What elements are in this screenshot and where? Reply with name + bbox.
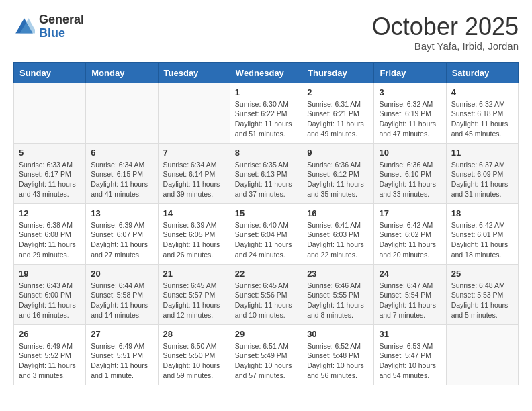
day-cell: 14Sunrise: 6:39 AMSunset: 6:05 PMDayligh… xyxy=(158,203,230,264)
logo: General Blue xyxy=(13,13,84,40)
day-cell: 3Sunrise: 6:32 AMSunset: 6:19 PMDaylight… xyxy=(374,83,446,143)
day-cell: 11Sunrise: 6:37 AMSunset: 6:09 PMDayligh… xyxy=(446,143,518,203)
weekday-header-row: SundayMondayTuesdayWednesdayThursdayFrid… xyxy=(14,62,519,83)
day-number: 23 xyxy=(307,269,369,279)
day-number: 13 xyxy=(91,208,152,218)
day-cell: 12Sunrise: 6:38 AMSunset: 6:08 PMDayligh… xyxy=(14,203,86,264)
weekday-header-thursday: Thursday xyxy=(302,62,374,83)
logo-text: General Blue xyxy=(39,13,84,40)
week-row-4: 19Sunrise: 6:43 AMSunset: 6:00 PMDayligh… xyxy=(14,264,519,324)
day-cell: 17Sunrise: 6:42 AMSunset: 6:02 PMDayligh… xyxy=(374,203,446,264)
day-cell xyxy=(14,83,86,143)
day-info: Sunrise: 6:49 AMSunset: 5:52 PMDaylight:… xyxy=(19,341,81,381)
day-number: 16 xyxy=(307,208,369,218)
day-info: Sunrise: 6:40 AMSunset: 6:04 PMDaylight:… xyxy=(235,220,297,260)
day-cell: 9Sunrise: 6:36 AMSunset: 6:12 PMDaylight… xyxy=(302,143,374,203)
week-row-5: 26Sunrise: 6:49 AMSunset: 5:52 PMDayligh… xyxy=(14,324,519,385)
day-cell xyxy=(158,83,230,143)
day-number: 18 xyxy=(451,208,513,218)
day-info: Sunrise: 6:43 AMSunset: 6:00 PMDaylight:… xyxy=(19,281,81,320)
day-cell: 13Sunrise: 6:39 AMSunset: 6:07 PMDayligh… xyxy=(86,203,158,264)
day-number: 21 xyxy=(163,269,225,279)
day-number: 11 xyxy=(451,148,513,158)
day-info: Sunrise: 6:45 AMSunset: 5:57 PMDaylight:… xyxy=(163,281,225,320)
day-cell: 8Sunrise: 6:35 AMSunset: 6:13 PMDaylight… xyxy=(230,143,302,203)
day-number: 25 xyxy=(451,269,513,279)
weekday-header-sunday: Sunday xyxy=(14,62,86,83)
day-cell: 15Sunrise: 6:40 AMSunset: 6:04 PMDayligh… xyxy=(230,203,302,264)
weekday-header-monday: Monday xyxy=(86,62,158,83)
day-cell: 10Sunrise: 6:36 AMSunset: 6:10 PMDayligh… xyxy=(374,143,446,203)
page-header: General Blue October 2025 Bayt Yafa, Irb… xyxy=(13,13,519,52)
day-info: Sunrise: 6:42 AMSunset: 6:02 PMDaylight:… xyxy=(379,220,441,260)
day-cell: 25Sunrise: 6:48 AMSunset: 5:53 PMDayligh… xyxy=(446,264,518,324)
day-info: Sunrise: 6:47 AMSunset: 5:54 PMDaylight:… xyxy=(379,281,441,320)
day-number: 30 xyxy=(307,329,369,339)
week-row-1: 1Sunrise: 6:30 AMSunset: 6:22 PMDaylight… xyxy=(14,83,519,143)
day-cell: 18Sunrise: 6:42 AMSunset: 6:01 PMDayligh… xyxy=(446,203,518,264)
week-row-3: 12Sunrise: 6:38 AMSunset: 6:08 PMDayligh… xyxy=(14,203,519,264)
day-cell: 26Sunrise: 6:49 AMSunset: 5:52 PMDayligh… xyxy=(14,324,86,385)
weekday-header-saturday: Saturday xyxy=(446,62,518,83)
weekday-header-wednesday: Wednesday xyxy=(230,62,302,83)
day-info: Sunrise: 6:50 AMSunset: 5:50 PMDaylight:… xyxy=(163,341,225,381)
day-number: 17 xyxy=(379,208,441,218)
day-number: 20 xyxy=(91,269,152,279)
day-info: Sunrise: 6:51 AMSunset: 5:49 PMDaylight:… xyxy=(235,341,297,381)
day-number: 12 xyxy=(19,208,81,218)
day-info: Sunrise: 6:44 AMSunset: 5:58 PMDaylight:… xyxy=(91,281,152,320)
day-number: 7 xyxy=(163,148,225,158)
day-cell: 22Sunrise: 6:45 AMSunset: 5:56 PMDayligh… xyxy=(230,264,302,324)
day-cell xyxy=(446,324,518,385)
day-info: Sunrise: 6:35 AMSunset: 6:13 PMDaylight:… xyxy=(235,160,297,199)
day-info: Sunrise: 6:42 AMSunset: 6:01 PMDaylight:… xyxy=(451,220,513,260)
day-info: Sunrise: 6:37 AMSunset: 6:09 PMDaylight:… xyxy=(451,160,513,199)
day-info: Sunrise: 6:31 AMSunset: 6:21 PMDaylight:… xyxy=(307,99,369,139)
day-info: Sunrise: 6:53 AMSunset: 5:47 PMDaylight:… xyxy=(379,341,441,381)
day-cell xyxy=(86,83,158,143)
day-cell: 31Sunrise: 6:53 AMSunset: 5:47 PMDayligh… xyxy=(374,324,446,385)
day-info: Sunrise: 6:39 AMSunset: 6:05 PMDaylight:… xyxy=(163,220,225,260)
day-cell: 27Sunrise: 6:49 AMSunset: 5:51 PMDayligh… xyxy=(86,324,158,385)
day-number: 9 xyxy=(307,148,369,158)
day-info: Sunrise: 6:33 AMSunset: 6:17 PMDaylight:… xyxy=(19,160,81,199)
day-info: Sunrise: 6:34 AMSunset: 6:14 PMDaylight:… xyxy=(163,160,225,199)
day-number: 24 xyxy=(379,269,441,279)
day-cell: 20Sunrise: 6:44 AMSunset: 5:58 PMDayligh… xyxy=(86,264,158,324)
day-number: 1 xyxy=(235,87,297,97)
calendar: SundayMondayTuesdayWednesdayThursdayFrid… xyxy=(13,62,519,385)
day-number: 27 xyxy=(91,329,152,339)
day-info: Sunrise: 6:36 AMSunset: 6:12 PMDaylight:… xyxy=(307,160,369,199)
day-number: 10 xyxy=(379,148,441,158)
week-row-2: 5Sunrise: 6:33 AMSunset: 6:17 PMDaylight… xyxy=(14,143,519,203)
day-cell: 19Sunrise: 6:43 AMSunset: 6:00 PMDayligh… xyxy=(14,264,86,324)
day-info: Sunrise: 6:32 AMSunset: 6:18 PMDaylight:… xyxy=(451,99,513,139)
day-info: Sunrise: 6:36 AMSunset: 6:10 PMDaylight:… xyxy=(379,160,441,199)
day-info: Sunrise: 6:48 AMSunset: 5:53 PMDaylight:… xyxy=(451,281,513,320)
day-cell: 29Sunrise: 6:51 AMSunset: 5:49 PMDayligh… xyxy=(230,324,302,385)
month-title: October 2025 xyxy=(372,13,519,40)
day-cell: 30Sunrise: 6:52 AMSunset: 5:48 PMDayligh… xyxy=(302,324,374,385)
day-info: Sunrise: 6:46 AMSunset: 5:55 PMDaylight:… xyxy=(307,281,369,320)
day-cell: 23Sunrise: 6:46 AMSunset: 5:55 PMDayligh… xyxy=(302,264,374,324)
day-number: 14 xyxy=(163,208,225,218)
day-number: 26 xyxy=(19,329,81,339)
day-number: 15 xyxy=(235,208,297,218)
day-info: Sunrise: 6:32 AMSunset: 6:19 PMDaylight:… xyxy=(379,99,441,139)
day-number: 22 xyxy=(235,269,297,279)
day-cell: 16Sunrise: 6:41 AMSunset: 6:03 PMDayligh… xyxy=(302,203,374,264)
title-block: October 2025 Bayt Yafa, Irbid, Jordan xyxy=(372,13,519,52)
day-number: 8 xyxy=(235,148,297,158)
day-number: 2 xyxy=(307,87,369,97)
location: Bayt Yafa, Irbid, Jordan xyxy=(372,40,519,52)
day-cell: 1Sunrise: 6:30 AMSunset: 6:22 PMDaylight… xyxy=(230,83,302,143)
day-number: 4 xyxy=(451,87,513,97)
day-cell: 2Sunrise: 6:31 AMSunset: 6:21 PMDaylight… xyxy=(302,83,374,143)
day-number: 29 xyxy=(235,329,297,339)
day-cell: 21Sunrise: 6:45 AMSunset: 5:57 PMDayligh… xyxy=(158,264,230,324)
day-info: Sunrise: 6:52 AMSunset: 5:48 PMDaylight:… xyxy=(307,341,369,381)
day-number: 31 xyxy=(379,329,441,339)
day-number: 3 xyxy=(379,87,441,97)
day-info: Sunrise: 6:49 AMSunset: 5:51 PMDaylight:… xyxy=(91,341,152,381)
day-info: Sunrise: 6:38 AMSunset: 6:08 PMDaylight:… xyxy=(19,220,81,260)
